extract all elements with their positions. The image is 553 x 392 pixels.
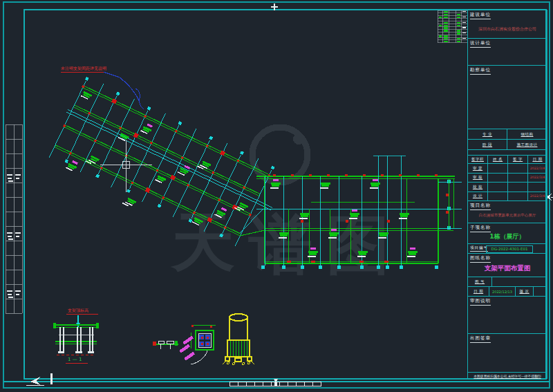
sign-col-date: 日 期 <box>532 157 542 162</box>
date-row: 日 期 2022/12/13 版 次 <box>468 286 547 296</box>
subproject-label: 子项名称 <box>470 225 491 232</box>
subproject-value: 1栋（展厅） <box>468 232 547 241</box>
survey-label: 勘察单位 <box>470 67 491 75</box>
watermark-char-3: 图 <box>326 208 390 282</box>
stamp-label: 出图签章 <box>470 335 491 343</box>
section-detail-1-1: 支架顶标高 1 — 1 <box>53 308 99 363</box>
sign-row: 审 核 2022/3/4 <box>468 173 547 183</box>
project-no-section: 项目编号 DG-2022-4301-E01 <box>468 243 547 253</box>
sign-row: 审 定 2022/3/4 <box>468 163 547 173</box>
drawing-name-label: 图纸名称 <box>470 255 491 263</box>
stamp-section: 出图签章 <box>468 333 547 372</box>
column-base-detail <box>223 314 254 365</box>
stage-row: 阶 段 施工图设计 <box>468 139 547 149</box>
figure-no-row: 图 号 <box>468 277 547 286</box>
watermark-char-2: 谱 <box>247 208 312 282</box>
sign-date: 2022/3/4 <box>530 194 545 198</box>
anchor-bars <box>179 336 195 361</box>
base-plate-detail <box>179 325 216 364</box>
project-name-label: 项目名称 <box>470 203 491 210</box>
sign-header-row: 签字栏 姓 名 签 字 日 期 <box>468 155 547 163</box>
margin-signoff-table <box>6 124 22 313</box>
sign-role: 审 核 <box>473 175 482 180</box>
cad-sheet: 天 谱 图 未注明支架间距详见说明 支架顶标高 <box>0 0 553 392</box>
owner-value: 深圳市白石洲实业股份合作公司 <box>468 26 547 32</box>
spacer-row <box>468 149 547 155</box>
stage-label: 阶 段 <box>482 142 492 147</box>
project-name-value: 白石洲城市更新单元展示中心展厅 <box>468 213 547 218</box>
review-note-label: 审图说明 <box>470 298 491 306</box>
watermark-logo: 天 谱 图 <box>170 127 390 282</box>
title-block: 建设单位 深圳市白石洲实业股份合作公司 设计单位 勘察单位 专 业 钢结构 阶 … <box>467 10 547 379</box>
sign-date: 2022/3/4 <box>530 176 545 179</box>
sign-date: 2022/3/4 <box>530 167 545 170</box>
project-no-value: DG-2022-4301-E01 <box>486 245 533 253</box>
profession-label: 专 业 <box>482 132 492 137</box>
sign-col-role: 签字栏 <box>471 157 484 162</box>
version-label: 版 次 <box>519 289 529 294</box>
copyright-text: 本图使用权归属本公司,未经许可一律不得翻印 <box>468 374 547 378</box>
detail-note-text: 支架顶标高 <box>68 308 88 313</box>
drawing-name-section: 图纸名称 支架平面布置图 <box>468 253 547 277</box>
project-name-section: 项目名称 白石洲城市更新单元展示中心展厅 <box>468 200 547 223</box>
design-section: 设计单位 <box>468 38 547 65</box>
stage-value: 施工图设计 <box>517 142 538 147</box>
figure-no-label: 图 号 <box>475 279 485 284</box>
design-label: 设计单位 <box>470 40 491 48</box>
date-label: 日 期 <box>474 289 483 294</box>
owner-section: 建设单位 深圳市白石洲实业股份合作公司 <box>468 10 547 38</box>
review-note-section: 审图说明 <box>468 296 547 333</box>
profession-row: 专 业 钢结构 <box>468 129 547 139</box>
subproject-section: 子项名称 1栋（展厅） <box>468 223 547 243</box>
sign-col-name: 姓 名 <box>493 157 503 162</box>
sign-col-sign: 签 字 <box>513 157 523 162</box>
watermark-char-1: 天 <box>170 205 235 279</box>
revision-mini-table <box>438 10 467 43</box>
sign-role: 审 定 <box>473 166 482 171</box>
copyright-section: 本图使用权归属本公司,未经许可一律不得翻印 <box>468 372 547 379</box>
beam-detail <box>153 341 178 349</box>
sign-row: 校 核 <box>468 182 547 192</box>
drawing-name-value: 支架平面布置图 <box>468 264 547 273</box>
profession-value: 钢结构 <box>521 132 534 137</box>
section-caption: 1 — 1 <box>68 357 82 362</box>
plan-note-text: 未注明支架间距详见说明 <box>60 66 106 71</box>
sign-role: 校 核 <box>473 185 482 189</box>
sign-row: 设 计 2022/3/4 <box>468 192 547 201</box>
date-value: 2022/12/13 <box>492 290 512 294</box>
survey-section: 勘察单位 <box>468 65 547 129</box>
scale-bar <box>229 379 321 386</box>
owner-label: 建设单位 <box>470 12 491 19</box>
sign-role: 设 计 <box>473 194 482 198</box>
